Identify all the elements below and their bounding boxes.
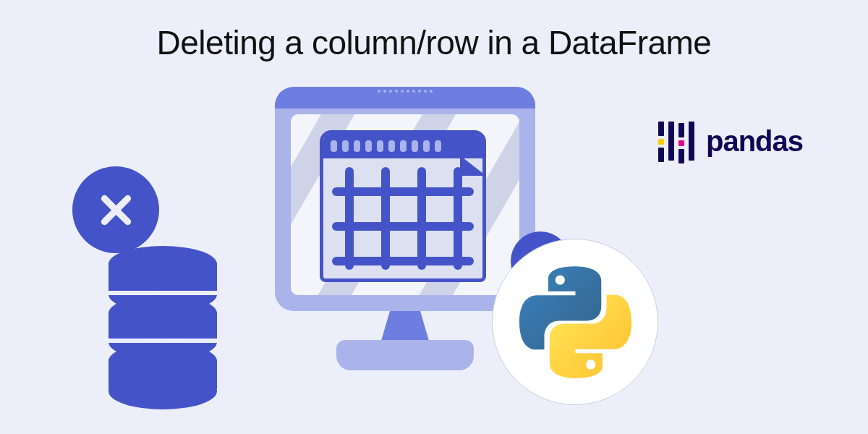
pandas-label: pandas (706, 125, 803, 158)
grid-icon (323, 158, 482, 278)
close-icon (72, 166, 159, 253)
python-logo-icon (492, 239, 658, 405)
pandas-logo-icon: pandas (658, 116, 803, 166)
monitor-illustration (275, 87, 535, 311)
page-title: Deleting a column/row in a DataFrame (0, 23, 868, 62)
dataframe-window-icon (320, 130, 486, 282)
